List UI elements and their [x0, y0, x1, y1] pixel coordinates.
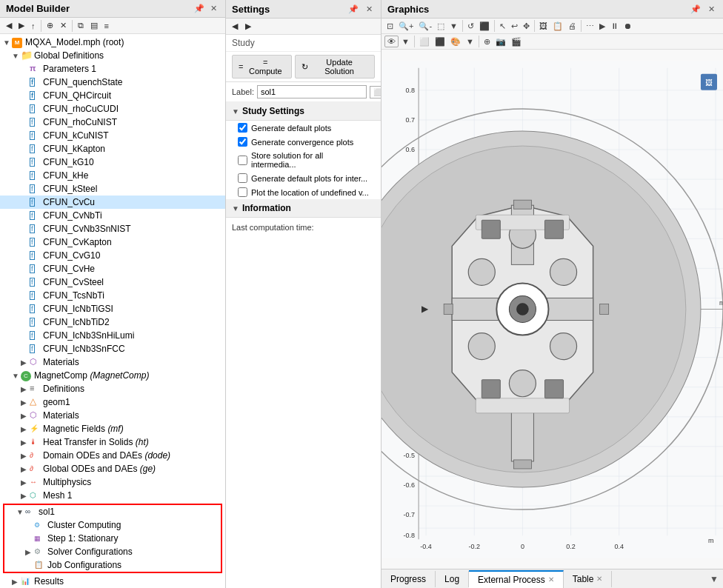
label-input[interactable] [257, 85, 367, 98]
tree-item-cfun-icnb3[interactable]: f CFUN_IcNb3SnHiLumi [0, 329, 225, 342]
zoom-box-btn[interactable]: ⬚ [435, 21, 447, 32]
zoom-dropdown-btn[interactable]: ▼ [447, 21, 460, 31]
tree-item-magnetcomp[interactable]: ▼ C MagnetComp (MagnetComp) [0, 369, 225, 382]
surface-btn[interactable]: ⬛ [433, 36, 447, 47]
rotate-btn[interactable]: ↩ [509, 21, 520, 32]
tab-table[interactable]: Table ✕ [564, 571, 613, 587]
tree-item-cluster[interactable]: ⚙ Cluster Computing [4, 518, 221, 532]
settings-close-btn[interactable]: ✕ [364, 4, 375, 15]
nav-up-btn[interactable]: ↑ [28, 20, 39, 32]
tree-item-sol1[interactable]: ▼ ∞ sol1 [4, 505, 221, 518]
panel-close-btn[interactable]: ✕ [208, 3, 219, 14]
tree-item-cfun-cvka[interactable]: f CFUN_CvKapton [0, 235, 225, 249]
expand-multi[interactable]: ▶ [21, 478, 30, 487]
tree-item-cfun-cvst[interactable]: f CFUN_CvSteel [0, 275, 225, 289]
tree-item-cfun-quench[interactable]: f CFUN_quenchState [0, 76, 225, 89]
render-btn[interactable]: 👁 [384, 36, 399, 47]
tree-item-cfun-cvg[interactable]: f CFUN_CvG10 [0, 249, 225, 262]
tree-item-cfun-khe[interactable]: f CFUN_kHe [0, 169, 225, 182]
study-settings-header[interactable]: ▼ Study Settings [226, 102, 381, 121]
tree-item-params1[interactable]: π Parameters 1 [0, 62, 225, 76]
tree-item-cfun-cvnb3[interactable]: f CFUN_CvNb3SnNIST [0, 222, 225, 235]
color-btn[interactable]: 🎨 [448, 36, 463, 47]
tree-item-definitions[interactable]: ▶ ≡ Definitions [0, 382, 225, 395]
label-btn[interactable]: ⬜ [370, 86, 381, 98]
zoom-in-btn[interactable]: 🔍+ [396, 21, 416, 32]
zoom-out-btn[interactable]: 🔍- [416, 21, 434, 32]
tree-item-cfun-qh[interactable]: f CFUN_QHCircuit [0, 89, 225, 102]
nav-forward-btn[interactable]: ▶ [16, 19, 27, 32]
tree-item-cfun-cvnb[interactable]: f CFUN_CvNbTi [0, 209, 225, 222]
panel-pin-btn[interactable]: 📌 [192, 3, 207, 14]
reset-view-btn[interactable]: ↺ [465, 21, 476, 32]
pan-btn[interactable]: ✥ [521, 21, 532, 32]
expand-geom[interactable]: ▶ [21, 398, 30, 407]
print-btn[interactable]: 🖨 [566, 21, 579, 31]
tree-item-cfun-icnb[interactable]: f CFUN_IcNbTiGSI [0, 302, 225, 315]
tab-scroll-btn[interactable]: ▼ [705, 571, 723, 587]
expand-root[interactable]: ▼ [3, 39, 12, 47]
screenshot-btn[interactable]: 📷 [493, 36, 508, 47]
tree-item-cfun-icnb2[interactable]: f CFUN_IcNbTiD2 [0, 315, 225, 329]
record-btn[interactable]: ⏺ [622, 21, 634, 31]
render-dropdown-btn[interactable]: ▼ [399, 36, 412, 47]
expand-ge[interactable]: ▶ [21, 465, 30, 473]
wireframe-btn[interactable]: ⬜ [417, 36, 432, 47]
expand-dode[interactable]: ▶ [21, 452, 30, 460]
tree-item-ht[interactable]: ▶ 🌡 Heat Transfer in Solids (ht) [0, 435, 225, 449]
video-btn[interactable]: 🎬 [509, 36, 524, 47]
settings-pin-btn[interactable]: 📌 [346, 4, 361, 15]
settings-tb-btn2[interactable]: ▶ [242, 20, 254, 33]
delete-node-btn[interactable]: ✕ [57, 19, 70, 32]
tree-item-cfun-kcu[interactable]: f CFUN_kCuNIST [0, 129, 225, 142]
list-btn[interactable]: ▤ [87, 19, 101, 32]
expand-solver[interactable]: ▶ [25, 548, 34, 556]
pause-btn[interactable]: ⏸ [608, 21, 621, 31]
zoom-extent-btn[interactable]: ⊡ [384, 21, 396, 32]
tab-table-close[interactable]: ✕ [596, 575, 602, 583]
tab-progress[interactable]: Progress [382, 571, 436, 587]
graphics-viewport[interactable]: 0.8 0.7 0.6 0.5 0.4 0.3 0.2 0.1 0 -0.1 -… [382, 50, 723, 569]
more-tools-btn[interactable]: ⋯ [584, 21, 596, 32]
update-solution-btn[interactable]: ↻ Update Solution [295, 55, 375, 78]
tree-item-cfun-rhocu[interactable]: f CFUN_rhoCuCUDI [0, 102, 225, 116]
tree-item-job-cfg[interactable]: 📋 Job Configurations [4, 558, 221, 572]
expand-magnetcomp[interactable]: ▼ [12, 372, 21, 380]
expand-mf[interactable]: ▶ [21, 425, 30, 433]
tree-item-results[interactable]: ▶ 📊 Results [0, 575, 225, 588]
tree-item-geom1[interactable]: ▶ △ geom1 [0, 395, 225, 409]
tab-external-close[interactable]: ✕ [548, 575, 554, 584]
add-node-btn[interactable]: ⊕ [44, 19, 56, 32]
fit-page-btn[interactable]: ⬛ [477, 21, 492, 32]
tree-item-step1[interactable]: ▦ Step 1: Stationary [4, 532, 221, 545]
nav-back-btn[interactable]: ◀ [3, 19, 15, 32]
tree-item-materials[interactable]: ▶ ⬡ Materials [0, 409, 225, 422]
compute-btn[interactable]: = = Compute [232, 55, 292, 78]
expand-def[interactable]: ▶ [21, 385, 30, 393]
tree-item-ge[interactable]: ▶ ∂ Global ODEs and DAEs (ge) [0, 462, 225, 475]
expand-mat[interactable]: ▶ [21, 412, 30, 420]
expand-mesh[interactable]: ▶ [21, 492, 30, 500]
tree-item-mesh1[interactable]: ▶ ⬡ Mesh 1 [0, 489, 225, 502]
tree-item-cfun-cv[interactable]: f CFUN_CvCu [0, 196, 225, 209]
tree-item-cfun-kg[interactable]: f CFUN_kG10 [0, 156, 225, 169]
checkbox-default-plots[interactable] [238, 123, 247, 133]
checkbox-plot-undefined[interactable] [238, 187, 247, 197]
checkbox-store-solution[interactable] [238, 156, 247, 165]
export-img-btn[interactable]: 🖼 [537, 21, 550, 31]
graphics-close-btn[interactable]: ✕ [706, 4, 717, 15]
tree-item-cfun-cvhe[interactable]: f CFUN_CvHe [0, 262, 225, 275]
settings-tb-btn1[interactable]: ◀ [229, 20, 241, 33]
expand-results[interactable]: ▶ [12, 578, 21, 586]
select-btn[interactable]: ↖ [497, 21, 508, 32]
menu-btn[interactable]: ≡ [101, 20, 112, 32]
expand-ht[interactable]: ▶ [21, 438, 30, 447]
tree-item-global-def[interactable]: ▼ 📁 Global Definitions [0, 49, 225, 62]
play-btn[interactable]: ▶ [597, 21, 607, 32]
tree-item-cfun-tcs[interactable]: f CFUN_TcsNbTi [0, 289, 225, 302]
expand-global[interactable]: ▼ [12, 52, 21, 60]
tree-item-cfun-kst[interactable]: f CFUN_kSteel [0, 182, 225, 196]
tree-item-cfun-icnb4[interactable]: f CFUN_IcNb3SnFCC [0, 342, 225, 355]
tab-log[interactable]: Log [436, 571, 469, 587]
tree-item-materials-gd[interactable]: ▶ ⬡ Materials [0, 355, 225, 369]
